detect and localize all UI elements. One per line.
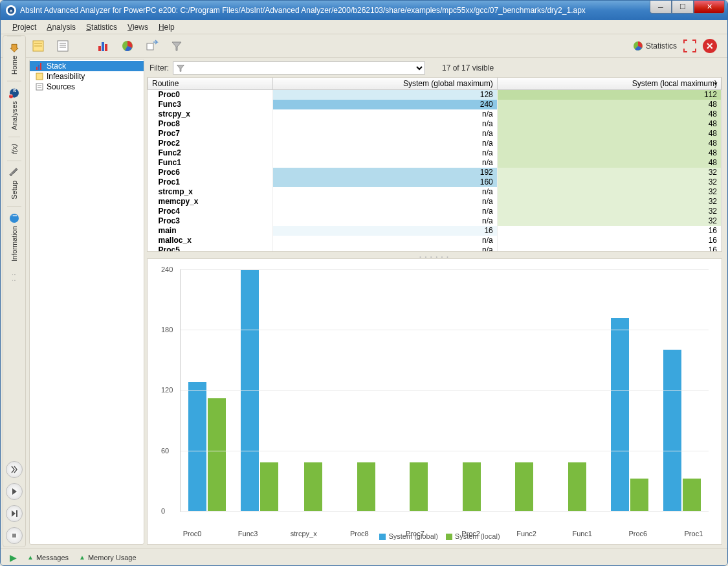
bar[interactable] [568,462,586,511]
rail-play-button[interactable] [6,483,23,500]
svg-rect-27 [36,84,43,90]
col-global[interactable]: System (global maximum) [273,78,497,90]
rail-tab-analyses[interactable]: Analyses a3 [7,81,21,137]
col-routine[interactable]: Routine [148,78,273,90]
close-panel-button[interactable]: ✕ [703,39,717,53]
table-row[interactable]: Proc0128112 [148,90,722,100]
menu-project[interactable]: Project [8,21,40,33]
menubar: Project Analysis Statistics Views Help [1,20,727,34]
statistics-link[interactable]: Statistics [633,41,677,51]
svg-rect-21 [16,510,17,517]
y-tick: 60 [161,447,169,455]
bar[interactable] [463,462,481,511]
results-tree[interactable]: StackInfeasibilitySources [29,59,144,545]
svg-rect-26 [36,73,43,80]
bar[interactable] [683,479,701,511]
table-row[interactable]: Proc8n/a48 [148,119,722,129]
table-row[interactable]: Func2n/a48 [148,148,722,158]
table-row[interactable]: strcmp_xn/a32 [148,187,722,197]
menu-statistics[interactable]: Statistics [82,21,121,33]
toolbar-btn-filter[interactable] [168,37,186,55]
table-row[interactable]: Func1n/a48 [148,158,722,168]
bar[interactable] [304,462,322,511]
statusbar: ▶ ▲Messages ▲Memory Usage [1,549,727,565]
menu-analysis[interactable]: Analysis [43,21,80,33]
tree-item-sources[interactable]: Sources [30,82,144,92]
table-row[interactable]: Proc619232 [148,168,722,177]
toolbar-btn-export[interactable] [143,37,161,55]
svg-rect-13 [147,43,153,50]
x-label: Proc2 [443,530,498,538]
window-title: AbsInt Advanced Analyzer for PowerPC e20… [20,6,650,15]
table-row[interactable]: Proc5n/a16 [148,245,722,252]
bar[interactable] [611,318,629,511]
col-local[interactable]: System (local maximum)▼ [497,78,721,90]
funnel-icon [176,63,185,73]
table-row[interactable]: Func324048 [148,100,722,109]
table-row[interactable]: strcpy_xn/a48 [148,109,722,119]
bar-chart[interactable]: 060120180240 [180,269,709,512]
rail-tab-home[interactable]: Home [7,36,21,81]
bar[interactable] [410,462,428,511]
bar[interactable] [208,398,226,511]
svg-rect-22 [12,534,16,538]
table-row[interactable]: Proc2n/a48 [148,139,722,148]
rail-play-step-button[interactable] [6,505,23,522]
window-maximize-button[interactable]: ☐ [672,1,694,14]
x-label: Proc8 [331,530,387,538]
window-close-button[interactable]: ✕ [694,1,725,14]
table-row[interactable]: memcpy_xn/a32 [148,197,722,207]
rail-stop-button[interactable] [6,527,23,544]
svg-text:i: i [11,214,18,216]
filter-input[interactable] [173,62,425,74]
rail-fx-icon[interactable]: f(x) [8,137,20,161]
table-row[interactable]: main1616 [148,226,722,236]
bar[interactable] [515,462,533,511]
bar[interactable] [663,350,681,511]
table-row[interactable]: Proc4n/a32 [148,207,722,216]
menu-views[interactable]: Views [124,21,152,33]
toolbar-btn-2[interactable] [54,37,72,55]
x-label: Proc7 [387,530,443,538]
table-row[interactable]: Proc7n/a48 [148,129,722,139]
y-tick: 180 [161,326,173,334]
visible-count: 17 of 17 visible [442,63,494,73]
filter-label: Filter: [149,63,169,73]
titlebar[interactable]: a AbsInt Advanced Analyzer for PowerPC e… [1,1,727,20]
fullscreen-icon[interactable] [683,40,696,52]
bar[interactable] [260,462,278,511]
results-table[interactable]: Routine System (global maximum) System (… [147,77,722,252]
bar[interactable] [630,479,648,511]
svg-text:3: 3 [9,95,13,96]
rail-play-fast-button[interactable] [6,461,23,478]
table-row[interactable]: malloc_xn/a16 [148,236,722,245]
tree-item-stack[interactable]: Stack [30,61,144,71]
table-row[interactable]: Proc3n/a32 [148,216,722,226]
rail-tab-information[interactable]: Information i [7,206,21,268]
x-label: Func2 [499,530,555,538]
toolbar-btn-barchart[interactable] [94,37,112,55]
svg-rect-10 [102,42,104,51]
svg-text:a: a [11,89,17,93]
x-label: Proc0 [164,530,220,538]
tree-item-infeasibility[interactable]: Infeasibility [30,71,144,82]
chart-panel: 060120180240 Proc0Func3strcpy_xProc8Proc… [147,258,722,545]
y-tick: 240 [161,266,173,273]
table-row[interactable]: Proc116032 [148,177,722,187]
bar[interactable] [357,462,375,511]
rail-tab-setup[interactable]: Setup [7,161,21,206]
bar[interactable] [188,382,206,511]
toolbar-btn-piechart[interactable] [118,37,137,55]
svg-rect-9 [98,46,101,51]
side-rail: Home Analyses a3 f(x) Setup Information … [3,35,26,547]
messages-link[interactable]: ▲Messages [27,554,69,561]
svg-rect-11 [105,44,107,51]
menu-help[interactable]: Help [155,21,179,33]
toolbar-btn-1[interactable] [29,37,47,55]
memory-link[interactable]: ▲Memory Usage [79,554,136,561]
statistics-label: Statistics [646,41,677,51]
window-minimize-button[interactable]: ─ [650,1,672,14]
toolbar: Statistics ✕ [1,34,727,58]
x-label: strcpy_x [276,530,331,538]
run-icon[interactable]: ▶ [10,552,17,563]
